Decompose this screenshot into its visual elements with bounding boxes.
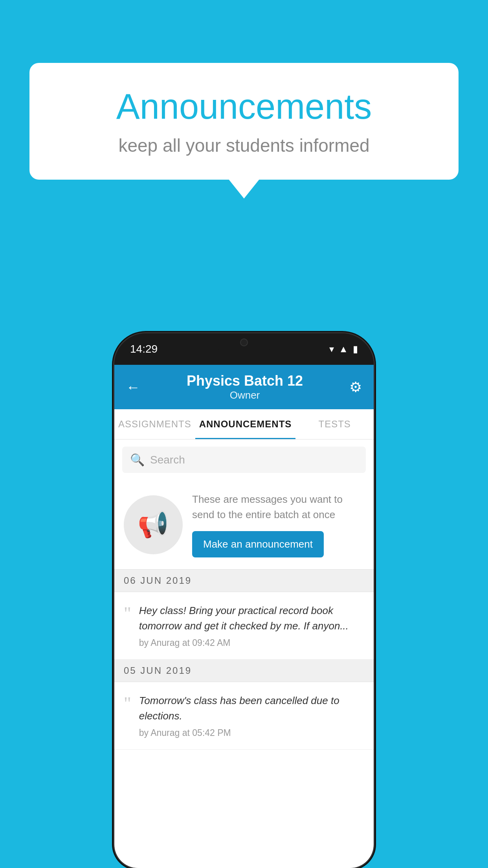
search-icon: 🔍 xyxy=(130,453,145,467)
header-subtitle: Owner xyxy=(140,389,349,401)
signal-icon: ▲ xyxy=(339,344,348,355)
announcement-text-1: Hey class! Bring your practical record b… xyxy=(139,603,364,634)
quote-icon-2: " xyxy=(124,695,131,713)
settings-button[interactable]: ⚙ xyxy=(349,379,362,395)
announcement-meta-1: by Anurag at 09:42 AM xyxy=(139,638,364,648)
back-button[interactable]: ← xyxy=(126,379,140,395)
announcement-item-1[interactable]: " Hey class! Bring your practical record… xyxy=(114,592,374,660)
quote-icon-1: " xyxy=(124,605,131,623)
status-icons: ▾ ▲ ▮ xyxy=(329,344,358,355)
announcement-meta-2: by Anurag at 05:42 PM xyxy=(139,728,364,738)
announcement-content-1: Hey class! Bring your practical record b… xyxy=(139,603,364,648)
tab-tests[interactable]: TESTS xyxy=(295,409,374,439)
battery-icon: ▮ xyxy=(353,344,358,355)
status-time: 14:29 xyxy=(130,343,158,355)
phone-notch xyxy=(213,333,275,351)
promo-icon-circle: 📢 xyxy=(124,495,183,554)
make-announcement-button[interactable]: Make an announcement xyxy=(192,531,324,557)
search-input-wrap[interactable]: 🔍 Search xyxy=(122,447,366,473)
tabs-bar: ASSIGNMENTS ANNOUNCEMENTS TESTS xyxy=(114,409,374,440)
search-bar: 🔍 Search xyxy=(114,440,374,480)
speech-bubble-subtitle: keep all your students informed xyxy=(61,135,427,156)
header-title-area: Physics Batch 12 Owner xyxy=(140,373,349,401)
app-header: ← Physics Batch 12 Owner ⚙ xyxy=(114,365,374,409)
phone-frame: 14:29 ▾ ▲ ▮ ← Physics Batch 12 Owner ⚙ A… xyxy=(114,333,374,868)
tab-assignments[interactable]: ASSIGNMENTS xyxy=(114,409,195,439)
promo-section: 📢 These are messages you want to send to… xyxy=(114,480,374,570)
date-separator-2: 05 JUN 2019 xyxy=(114,660,374,682)
announcement-text-2: Tomorrow's class has been cancelled due … xyxy=(139,693,364,724)
promo-description: These are messages you want to send to t… xyxy=(192,492,364,522)
megaphone-icon: 📢 xyxy=(138,510,169,539)
speech-bubble-card: Announcements keep all your students inf… xyxy=(29,63,459,180)
announcement-item-2[interactable]: " Tomorrow's class has been cancelled du… xyxy=(114,682,374,750)
wifi-icon: ▾ xyxy=(329,344,334,355)
promo-text-area: These are messages you want to send to t… xyxy=(192,492,364,557)
speech-bubble-section: Announcements keep all your students inf… xyxy=(29,63,459,180)
phone-screen: ← Physics Batch 12 Owner ⚙ ASSIGNMENTS A… xyxy=(114,365,374,868)
announcement-content-2: Tomorrow's class has been cancelled due … xyxy=(139,693,364,738)
speech-bubble-title: Announcements xyxy=(61,86,427,127)
search-placeholder: Search xyxy=(150,454,185,466)
camera-dot xyxy=(240,338,248,346)
header-title: Physics Batch 12 xyxy=(140,373,349,389)
tab-announcements[interactable]: ANNOUNCEMENTS xyxy=(195,409,296,439)
date-separator-1: 06 JUN 2019 xyxy=(114,570,374,592)
